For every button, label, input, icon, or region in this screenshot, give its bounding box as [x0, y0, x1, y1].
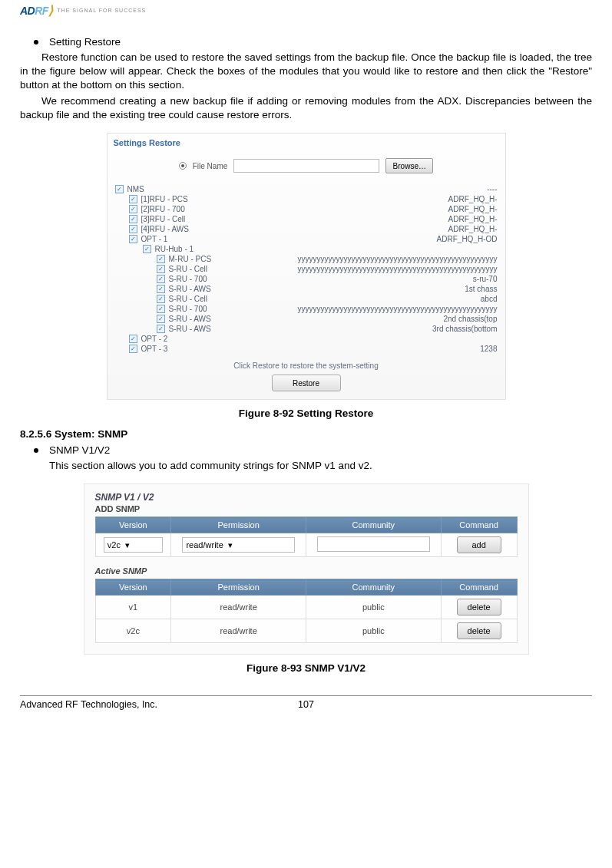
tree-label: [1]RFU - PCS [141, 195, 188, 203]
add-button[interactable]: add [457, 536, 501, 553]
checkbox[interactable]: ✓ [143, 245, 151, 253]
tagline: THE SIGNAL FOR SUCCESS [57, 8, 146, 13]
figure-caption-1: Figure 8-92 Setting Restore [20, 408, 592, 419]
checkbox[interactable]: ✓ [129, 205, 137, 213]
version-select[interactable]: v2c ▾ [104, 537, 163, 553]
tree-row: ✓S-RU - 700yyyyyyyyyyyyyyyyyyyyyyyyyyyyy… [115, 304, 498, 314]
tree-row: ✓NMS---- [115, 184, 498, 194]
tree-row: ✓S-RU - AWS2nd chassis(top [115, 314, 498, 324]
radio-file[interactable] [179, 162, 187, 170]
checkbox[interactable]: ✓ [129, 235, 137, 243]
permission-select[interactable]: read/write ▾ [182, 537, 294, 553]
col-community: Community [306, 579, 441, 596]
col-community: Community [306, 517, 441, 533]
checkbox[interactable]: ✓ [157, 315, 165, 323]
checkbox[interactable]: ✓ [129, 215, 137, 223]
tree-label: OPT - 3 [141, 345, 168, 353]
tree-value: yyyyyyyyyyyyyyyyyyyyyyyyyyyyyyyyyyyyyyyy… [298, 255, 498, 263]
tree-label: M-RU - PCS [169, 255, 212, 263]
tree-value: 2nd chassis(top [443, 315, 497, 323]
tree-value: abcd [481, 295, 498, 303]
tree-row: ✓[1]RFU - PCSADRF_HQ_H- [115, 194, 498, 204]
restore-button[interactable]: Restore [272, 375, 341, 391]
tree-row: ✓S-RU - AWS3rd chassis(bottom [115, 324, 498, 334]
tree-label: OPT - 2 [141, 335, 168, 343]
tree-label: S-RU - AWS [169, 315, 211, 323]
cell-permission: read/write [171, 596, 306, 619]
logo: ADRF⟩ [20, 3, 52, 18]
checkbox[interactable]: ✓ [157, 285, 165, 293]
tree-row: ✓OPT - 31238 [115, 344, 498, 354]
tree-label: NMS [127, 185, 144, 193]
cell-community: public [306, 619, 441, 643]
snmp-title: SNMP V1 / V2 [95, 492, 518, 503]
tree-value: s-ru-70 [473, 275, 498, 283]
checkbox[interactable]: ✓ [129, 195, 137, 203]
checkbox[interactable]: ✓ [157, 255, 165, 263]
file-input[interactable] [233, 159, 379, 173]
tree-label: RU-Hub - 1 [155, 245, 194, 253]
tree-row: ✓S-RU - Cellyyyyyyyyyyyyyyyyyyyyyyyyyyyy… [115, 264, 498, 274]
bullet-text: Setting Restore [49, 36, 121, 48]
table-row: v1read/writepublicdelete [95, 596, 517, 619]
bullet-icon [34, 40, 38, 45]
tree-row: ✓OPT - 2 [115, 334, 498, 344]
checkbox[interactable]: ✓ [157, 325, 165, 333]
checkbox[interactable]: ✓ [157, 265, 165, 273]
figure-caption-2: Figure 8-93 SNMP V1/V2 [20, 662, 592, 674]
col-version: Version [95, 579, 171, 596]
tree-value: 3rd chassis(bottom [432, 325, 497, 333]
bullet-text: SNMP V1/V2 [49, 444, 110, 456]
checkbox[interactable]: ✓ [129, 335, 137, 343]
header: ADRF⟩ THE SIGNAL FOR SUCCESS [20, 0, 592, 25]
tree-value: yyyyyyyyyyyyyyyyyyyyyyyyyyyyyyyyyyyyyyyy… [298, 305, 498, 313]
active-snmp-table: Version Permission Community Command v1r… [95, 579, 518, 643]
col-permission: Permission [171, 579, 306, 596]
tree-label: S-RU - AWS [169, 285, 211, 293]
cell-community: public [306, 596, 441, 619]
checkbox[interactable]: ✓ [157, 295, 165, 303]
tree-value: yyyyyyyyyyyyyyyyyyyyyyyyyyyyyyyyyyyyyyyy… [298, 265, 498, 273]
tree-value: ---- [487, 185, 497, 193]
bullet-icon [34, 448, 38, 453]
tree-label: S-RU - Cell [169, 265, 208, 273]
tree-label: [2]RFU - 700 [141, 205, 185, 213]
footer-rule [20, 695, 592, 696]
col-command: Command [441, 579, 517, 596]
tree-row: ✓RU-Hub - 1 [115, 244, 498, 254]
tree-value: ADRF_HQ_H- [448, 225, 498, 233]
tree-label: S-RU - Cell [169, 295, 208, 303]
add-snmp-label: ADD SNMP [95, 504, 518, 513]
tree-label: S-RU - 700 [169, 305, 207, 313]
tree-row: ✓S-RU - 700s-ru-70 [115, 274, 498, 284]
tree-row: ✓M-RU - PCSyyyyyyyyyyyyyyyyyyyyyyyyyyyyy… [115, 254, 498, 264]
community-input[interactable] [317, 536, 429, 552]
tree-label: S-RU - AWS [169, 325, 211, 333]
file-label: File Name [193, 162, 228, 170]
cell-version: v2c [95, 619, 171, 643]
delete-button[interactable]: delete [457, 622, 501, 639]
active-snmp-label: Active SNMP [95, 566, 518, 576]
tree-label: OPT - 1 [141, 235, 168, 243]
tree-value: 1st chass [465, 285, 497, 293]
cell-version: v1 [95, 596, 171, 619]
checkbox[interactable]: ✓ [129, 225, 137, 233]
figure-snmp: SNMP V1 / V2 ADD SNMP Version Permission… [84, 484, 529, 655]
checkbox[interactable]: ✓ [157, 275, 165, 283]
footer-page: 107 [298, 699, 314, 710]
section-heading: 8.2.5.6 System: SNMP [20, 428, 592, 440]
bullet-snmp: SNMP V1/V2 [34, 444, 592, 456]
footer: Advanced RF Technologies, Inc. 107 Advan… [20, 699, 592, 725]
checkbox[interactable]: ✓ [157, 305, 165, 313]
col-permission: Permission [171, 517, 306, 533]
tree-label: [3]RFU - Cell [141, 215, 186, 223]
checkbox[interactable]: ✓ [115, 185, 124, 193]
browse-button[interactable]: Browse… [385, 158, 433, 173]
col-version: Version [95, 517, 171, 533]
checkbox[interactable]: ✓ [129, 345, 137, 353]
tree-row: ✓S-RU - Cellabcd [115, 294, 498, 304]
delete-button[interactable]: delete [457, 599, 501, 616]
tree-value: ADRF_HQ_H- [448, 195, 498, 203]
restore-tree: ✓NMS----✓[1]RFU - PCSADRF_HQ_H-✓[2]RFU -… [108, 184, 505, 354]
tree-value: ADRF_HQ_H-OD [437, 235, 498, 243]
